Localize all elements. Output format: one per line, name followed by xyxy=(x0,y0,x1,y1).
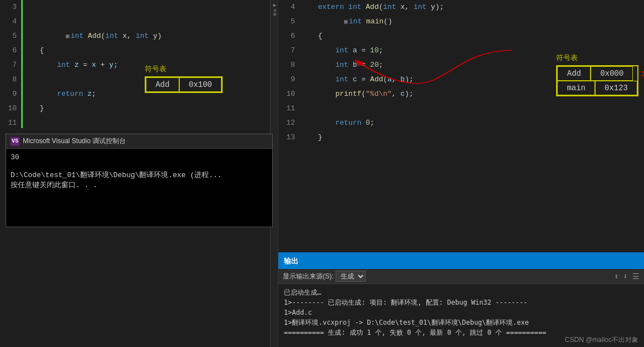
debug-console-content: 30 D:\Code\test_01\翻译环境\Debug\翻译环境.exe (… xyxy=(6,149,272,227)
right-line-num-12: 12 xyxy=(278,116,301,130)
vs-icon-text: VS xyxy=(12,138,18,144)
output-header: 输出 xyxy=(278,253,644,269)
toolbar-icon-1: ▶ xyxy=(272,2,277,8)
right-code-line-13: 13 } xyxy=(278,130,644,145)
output-line-4: 1>翻译环境.vcxproj -> D:\Code\test_01\翻译环境\D… xyxy=(284,317,638,328)
symbol-table-left-label: 符号表 xyxy=(145,64,223,74)
vs-icon: VS xyxy=(11,137,19,146)
right-collapse-icon-5[interactable]: ▣ xyxy=(344,18,348,25)
symbol-cell-add-left: Add xyxy=(146,77,179,92)
line-num-6: 6 xyxy=(0,43,22,58)
main-container: 3 4 5 ▣int Add(int x, int y) 6 { 7 int xyxy=(0,0,644,347)
x-mark-icon: ✕ xyxy=(641,66,644,81)
right-code-area[interactable]: 4 extern int Add(int x, int y); 5 ▣int m… xyxy=(278,0,644,347)
symbol-cell-addr-left: 0x100 xyxy=(179,77,222,92)
csdn-watermark: CSDN @malloc不出对象 xyxy=(565,335,638,345)
output-toolbar-btn-1[interactable]: ⬆ xyxy=(614,272,618,281)
output-toolbar-btn-2[interactable]: ⬇ xyxy=(623,272,628,281)
output-panel: 输出 显示输出来源(S): 生成 ⬆ ⬇ ☰ 已启动生成… 1>--------… xyxy=(278,252,644,347)
symbol-table-right-container: 符号表 Add 0x000 main 0x123 ✕ xyxy=(556,53,638,96)
output-title: 输出 xyxy=(284,256,298,266)
line-num-10: 10 xyxy=(0,101,22,116)
output-line-1: 已启动生成… xyxy=(284,287,638,297)
symbol-cell-add-addr: 0x000 xyxy=(591,66,633,81)
right-line-num-10: 10 xyxy=(278,87,301,101)
output-source-dropdown[interactable]: 生成 xyxy=(336,271,366,282)
left-code-area[interactable]: 3 4 5 ▣int Add(int x, int y) 6 { 7 int xyxy=(0,0,278,347)
line-num-3: 3 xyxy=(0,0,22,14)
debug-line-4: 按任意键关闭此窗口. . . xyxy=(11,180,268,190)
line-content-6: { xyxy=(22,43,278,58)
symbol-table-left-container: 符号表 Add 0x100 xyxy=(145,64,223,93)
right-line-num-13: 13 xyxy=(278,130,301,145)
right-line-num-11: 11 xyxy=(278,101,301,116)
debug-console-title-bar: VS Microsoft Visual Studio 调试控制台 xyxy=(6,134,272,149)
symbol-table-right: Add 0x000 main 0x123 ✕ xyxy=(556,65,638,96)
code-line-5: 5 ▣int Add(int x, int y) xyxy=(0,29,278,43)
right-line-num-7: 7 xyxy=(278,43,301,58)
line-num-7: 7 xyxy=(0,58,22,72)
right-line-content-6: { xyxy=(301,29,644,43)
line-num-9: 9 xyxy=(0,87,22,101)
debug-line-1: 30 xyxy=(11,153,268,162)
code-line-7: 7 int z = x + y; xyxy=(0,58,278,72)
code-line-3: 3 xyxy=(0,0,278,14)
output-toolbar-btn-3[interactable]: ☰ xyxy=(632,272,640,281)
left-editor-panel: 3 4 5 ▣int Add(int x, int y) 6 { 7 int xyxy=(0,0,278,347)
symbol-row-add: Add 0x000 xyxy=(557,66,637,81)
debug-console-title-text: Microsoft Visual Studio 调试控制台 xyxy=(23,136,126,146)
right-code-line-6: 6 { xyxy=(278,29,644,43)
toolbar-icon-2: ≡ xyxy=(272,9,277,12)
output-toolbar: 显示输出来源(S): 生成 ⬆ ⬇ ☰ xyxy=(278,269,644,284)
symbol-table-right-label: 符号表 xyxy=(556,53,638,63)
line-num-11: 11 xyxy=(0,116,22,130)
toolbar-icon-3: ⊞ xyxy=(272,13,277,16)
line-num-4: 4 xyxy=(0,14,22,29)
symbol-row-main: main 0x123 xyxy=(557,81,637,95)
symbol-cell-add-name: Add xyxy=(557,66,591,81)
right-line-content-13: } xyxy=(301,130,644,145)
output-line-3: 1>Add.c xyxy=(284,307,638,317)
right-line-num-9: 9 xyxy=(278,72,301,87)
code-line-9: 9 return z; xyxy=(0,87,278,101)
code-line-6: 6 { xyxy=(0,43,278,58)
line-num-5: 5 xyxy=(0,29,22,43)
output-source-label: 显示输出来源(S): xyxy=(283,272,333,281)
right-code-line-12: 12 return 0; xyxy=(278,116,644,130)
right-line-num-8: 8 xyxy=(278,58,301,72)
debug-console-panel: VS Microsoft Visual Studio 调试控制台 30 D:\C… xyxy=(6,134,273,227)
collapse-icon-5[interactable]: ▣ xyxy=(66,33,70,40)
right-code-line-11: 11 xyxy=(278,101,644,116)
line-num-8: 8 xyxy=(0,72,22,87)
line-content-10: } xyxy=(22,101,278,116)
right-line-content-12: return 0; xyxy=(301,116,644,130)
right-line-num-5: 5 xyxy=(278,14,301,29)
symbol-table-left: Add 0x100 xyxy=(145,76,223,93)
right-line-num-6: 6 xyxy=(278,29,301,43)
green-indicator-line xyxy=(21,0,23,128)
right-editor-panel: 4 extern int Add(int x, int y); 5 ▣int m… xyxy=(278,0,644,347)
code-line-11: 11 xyxy=(0,116,278,130)
right-line-num-4: 4 xyxy=(278,0,301,14)
symbol-cell-main-name: main xyxy=(557,81,595,95)
output-content: 已启动生成… 1>-------- 已启动生成: 项目: 翻译环境, 配置: D… xyxy=(278,284,644,341)
code-line-8: 8 xyxy=(0,72,278,87)
output-line-2: 1>-------- 已启动生成: 项目: 翻译环境, 配置: Debug Wi… xyxy=(284,297,638,307)
right-code-line-5: 5 ▣int main() xyxy=(278,14,644,29)
debug-line-2 xyxy=(11,162,268,170)
debug-line-3: D:\Code\test_01\翻译环境\Debug\翻译环境.exe (进程.… xyxy=(11,170,268,180)
symbol-cell-main-addr: 0x123 xyxy=(595,81,637,95)
code-line-10: 10 } xyxy=(0,101,278,116)
